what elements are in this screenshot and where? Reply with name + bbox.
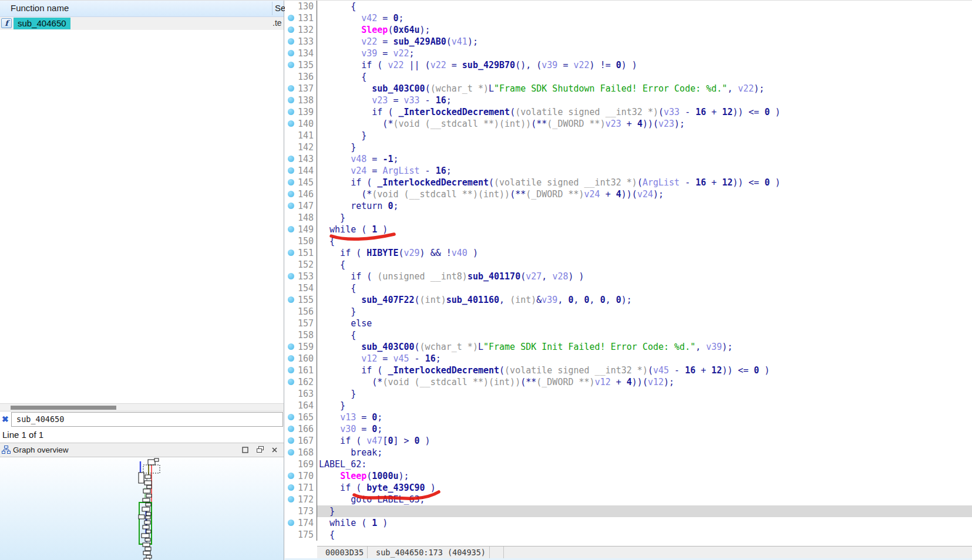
code-text[interactable]: break; [317,447,972,458]
code-text[interactable]: } [317,306,972,318]
breakpoint-dot[interactable] [288,519,294,526]
breakpoint-dot[interactable] [288,379,294,385]
breakpoint-gutter[interactable] [285,365,298,376]
breakpoint-gutter[interactable] [285,83,298,95]
breakpoint-gutter[interactable] [285,341,298,353]
column-divider[interactable] [272,2,273,15]
code-line[interactable]: 149 while ( 1 ) [285,224,972,235]
code-line[interactable]: 156 } [285,306,972,318]
breakpoint-dot[interactable] [288,343,294,350]
code-line[interactable]: 153 if ( (unsigned __int8)sub_401170(v27… [285,271,972,282]
graph-overview-titlebar[interactable]: Graph overview [0,443,284,457]
code-text[interactable]: v42 = 0; [317,12,972,24]
code-text[interactable]: } [317,130,972,141]
code-line[interactable]: 139 if ( _InterlockedDecrement((volatile… [285,106,972,118]
breakpoint-dot[interactable] [288,62,294,68]
code-line[interactable]: 174 while ( 1 ) [285,517,972,529]
code-text[interactable]: sub_403C00((wchar_t *)L"Frame SDK Shutdo… [317,83,972,95]
code-text[interactable]: v48 = -1; [317,153,972,165]
segment-column-header[interactable]: Se [275,3,285,13]
breakpoint-dot[interactable] [288,296,294,303]
code-text[interactable]: sub_403C00((wchar_t *)L"Frame SDK Init F… [317,341,972,353]
breakpoint-gutter[interactable] [285,1,298,12]
code-line[interactable]: 148 } [285,212,972,224]
code-line[interactable]: 150 { [285,235,972,247]
code-text[interactable]: v39 = v22; [317,48,972,59]
code-line[interactable]: 138 v23 = v33 - 16; [285,95,972,106]
breakpoint-dot[interactable] [288,50,294,56]
code-text[interactable]: } [317,141,972,153]
breakpoint-gutter[interactable] [285,458,298,470]
breakpoint-dot[interactable] [288,26,294,33]
breakpoint-gutter[interactable] [285,118,298,130]
breakpoint-gutter[interactable] [285,36,298,48]
breakpoint-gutter[interactable] [285,224,298,235]
scrollbar-thumb[interactable] [11,406,116,410]
code-text[interactable]: if ( byte_439C90 ) [317,482,972,494]
breakpoint-gutter[interactable] [285,12,298,24]
breakpoint-dot[interactable] [288,249,294,256]
code-text[interactable]: v12 = v45 - 16; [317,353,972,365]
breakpoint-gutter[interactable] [285,188,298,200]
breakpoint-gutter[interactable] [285,423,298,435]
code-text[interactable]: LABEL_62: [317,458,972,470]
breakpoint-gutter[interactable] [285,95,298,106]
code-text[interactable]: { [317,235,972,247]
breakpoint-gutter[interactable] [285,318,298,329]
code-text[interactable]: v13 = 0; [317,411,972,423]
breakpoint-gutter[interactable] [285,294,298,306]
code-line[interactable]: 162 (*(void (__stdcall **)(int))(**(_DWO… [285,376,972,388]
breakpoint-dot[interactable] [288,273,294,279]
code-text[interactable]: v22 = sub_429AB0(v41); [317,36,972,48]
code-text[interactable]: { [317,529,972,541]
breakpoint-gutter[interactable] [285,59,298,71]
breakpoint-gutter[interactable] [285,306,298,318]
code-text[interactable]: goto LABEL_63; [317,494,972,505]
code-text[interactable]: while ( 1 ) [317,224,972,235]
code-line[interactable]: 157 else [285,318,972,329]
breakpoint-gutter[interactable] [285,153,298,165]
breakpoint-dot[interactable] [288,15,294,21]
code-text[interactable]: return 0; [317,200,972,212]
code-text[interactable]: if ( _InterlockedDecrement((volatile sig… [317,177,972,188]
code-line[interactable]: 163 } [285,388,972,400]
breakpoint-gutter[interactable] [285,529,298,541]
breakpoint-dot[interactable] [288,179,294,185]
code-text[interactable]: (*(void (__stdcall **)(int))(**(_DWORD *… [317,188,972,200]
breakpoint-dot[interactable] [288,97,294,103]
breakpoint-gutter[interactable] [285,447,298,458]
code-line[interactable]: 152 { [285,259,972,271]
code-text[interactable]: if ( v47[0] > 0 ) [317,435,972,447]
code-line[interactable]: 131 v42 = 0; [285,12,972,24]
code-text[interactable]: { [317,329,972,341]
breakpoint-gutter[interactable] [285,235,298,247]
breakpoint-gutter[interactable] [285,141,298,153]
clear-filter-icon[interactable]: ✖ [2,414,9,424]
function-name-column-header[interactable]: Function name [11,3,69,13]
breakpoint-gutter[interactable] [285,494,298,505]
breakpoint-gutter[interactable] [285,400,298,411]
breakpoint-dot[interactable] [288,38,294,45]
graph-overview-canvas[interactable] [0,457,284,560]
code-line[interactable]: 161 if ( _InterlockedDecrement((volatile… [285,365,972,376]
function-filter-input[interactable]: sub_404650 [11,412,283,427]
code-line[interactable]: 130 { [285,1,972,12]
breakpoint-dot[interactable] [288,426,294,432]
breakpoint-dot[interactable] [288,355,294,362]
code-text[interactable]: Sleep(0x64u); [317,24,972,36]
code-line[interactable]: 146 (*(void (__stdcall **)(int))(**(_DWO… [285,188,972,200]
breakpoint-gutter[interactable] [285,165,298,177]
breakpoint-gutter[interactable] [285,411,298,423]
code-text[interactable]: } [317,212,972,224]
code-line[interactable]: 137 sub_403C00((wchar_t *)L"Frame SDK Sh… [285,83,972,95]
code-line[interactable]: 165 v13 = 0; [285,411,972,423]
code-line[interactable]: 172 goto LABEL_63; [285,494,972,505]
close-icon[interactable] [268,445,280,456]
code-text[interactable]: if ( (unsigned __int8)sub_401170(v27, v2… [317,271,972,282]
code-line[interactable]: 160 v12 = v45 - 16; [285,353,972,365]
breakpoint-gutter[interactable] [285,271,298,282]
breakpoint-dot[interactable] [288,85,294,92]
code-line[interactable]: 143 v48 = -1; [285,153,972,165]
breakpoint-dot[interactable] [288,484,294,491]
code-line[interactable]: 164 } [285,400,972,411]
